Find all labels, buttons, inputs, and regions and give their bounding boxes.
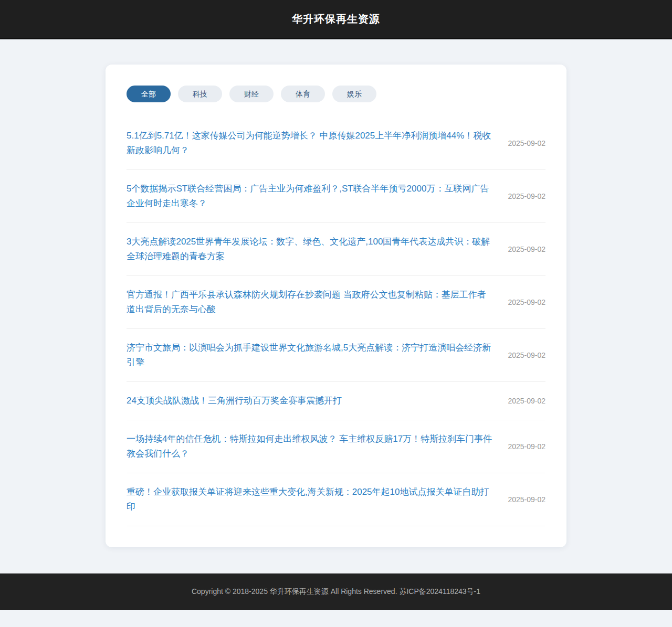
news-date: 2025-09-02: [508, 298, 545, 306]
news-title-link[interactable]: 3大亮点解读2025世界青年发展论坛：数字、绿色、文化遗产,100国青年代表达成…: [127, 235, 494, 264]
news-date: 2025-09-02: [508, 139, 545, 147]
news-item: 一场持续4年的信任危机：特斯拉如何走出维权风波？ 车主维权反赔17万！特斯拉刹车…: [127, 420, 545, 473]
news-date: 2025-09-02: [508, 495, 545, 504]
tab-4[interactable]: 娱乐: [332, 86, 376, 102]
news-date: 2025-09-02: [508, 442, 545, 451]
news-item: 济宁市文旅局：以演唱会为抓手建设世界文化旅游名城,5大亮点解读：济宁打造演唱会经…: [127, 329, 545, 382]
news-item: 24支顶尖战队激战！三角洲行动百万奖金赛事震撼开打2025-09-02: [127, 382, 545, 420]
news-item: 5个数据揭示ST联合经营困局：广告主业为何难盈利？,ST联合半年预亏2000万：…: [127, 170, 545, 223]
news-title-link[interactable]: 5个数据揭示ST联合经营困局：广告主业为何难盈利？,ST联合半年预亏2000万：…: [127, 182, 494, 211]
news-title-link[interactable]: 济宁市文旅局：以演唱会为抓手建设世界文化旅游名城,5大亮点解读：济宁打造演唱会经…: [127, 341, 494, 370]
news-title-link[interactable]: 官方通报！广西平乐县承认森林防火规划存在抄袭问题 当政府公文也复制粘贴：基层工作…: [127, 288, 494, 317]
news-title-link[interactable]: 24支顶尖战队激战！三角洲行动百万奖金赛事震撼开打: [127, 394, 342, 408]
tab-3[interactable]: 体育: [281, 86, 325, 102]
tab-2[interactable]: 财经: [229, 86, 274, 102]
category-tabs: 全部科技财经体育娱乐: [127, 86, 545, 102]
news-date: 2025-09-02: [508, 397, 545, 405]
news-card: 全部科技财经体育娱乐 5.1亿到5.71亿！这家传媒公司为何能逆势增长？ 中原传…: [106, 65, 566, 547]
news-item: 5.1亿到5.71亿！这家传媒公司为何能逆势增长？ 中原传媒2025上半年净利润…: [127, 117, 545, 170]
news-date: 2025-09-02: [508, 351, 545, 359]
news-date: 2025-09-02: [508, 192, 545, 200]
news-item: 3大亮点解读2025世界青年发展论坛：数字、绿色、文化遗产,100国青年代表达成…: [127, 223, 545, 276]
news-item: 重磅！企业获取报关单证将迎来这些重大变化,海关新规：2025年起10地试点报关单…: [127, 473, 545, 526]
copyright-text: Copyright © 2018-2025 华升环保再生资源 All Right…: [192, 587, 480, 597]
news-title-link[interactable]: 一场持续4年的信任危机：特斯拉如何走出维权风波？ 车主维权反赔17万！特斯拉刹车…: [127, 432, 494, 461]
site-footer: Copyright © 2018-2025 华升环保再生资源 All Right…: [0, 573, 672, 610]
news-list: 5.1亿到5.71亿！这家传媒公司为何能逆势增长？ 中原传媒2025上半年净利润…: [127, 117, 545, 526]
main-content: 全部科技财经体育娱乐 5.1亿到5.71亿！这家传媒公司为何能逆势增长？ 中原传…: [0, 39, 672, 547]
tab-1[interactable]: 科技: [178, 86, 222, 102]
site-title: 华升环保再生资源: [292, 12, 380, 26]
news-title-link[interactable]: 5.1亿到5.71亿！这家传媒公司为何能逆势增长？ 中原传媒2025上半年净利润…: [127, 129, 494, 158]
site-header: 华升环保再生资源: [0, 0, 672, 39]
news-title-link[interactable]: 重磅！企业获取报关单证将迎来这些重大变化,海关新规：2025年起10地试点报关单…: [127, 485, 494, 514]
news-item: 官方通报！广西平乐县承认森林防火规划存在抄袭问题 当政府公文也复制粘贴：基层工作…: [127, 276, 545, 329]
news-date: 2025-09-02: [508, 245, 545, 253]
tab-0[interactable]: 全部: [127, 86, 171, 102]
